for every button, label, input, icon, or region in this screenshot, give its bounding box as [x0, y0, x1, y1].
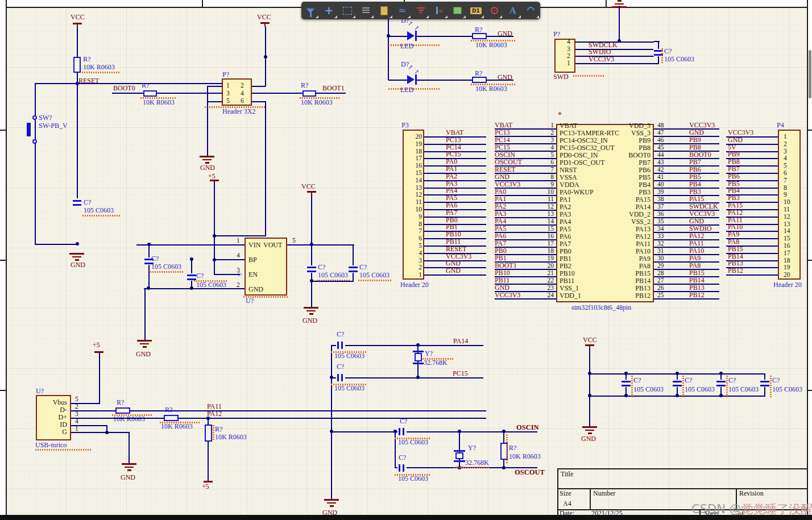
- mcu-pin-row[interactable]: PB12 25 PB12: [569, 295, 728, 302]
- resistor-value: 10K R0603: [113, 415, 145, 423]
- led-row[interactable]: D? ↗ ↗ LED R? GND 10K R0603: [388, 76, 519, 110]
- p3-pin-row[interactable]: 7 PB1: [403, 227, 488, 235]
- capacitor-ref: C?: [337, 363, 344, 371]
- capacitor-value: 105 C0603: [772, 386, 802, 393]
- crystal-body[interactable]: [455, 452, 463, 459]
- wire: [575, 49, 654, 50]
- led-triangle: [407, 75, 415, 84]
- pin-number: 36: [657, 210, 664, 218]
- net-label-gnd: GND: [71, 261, 85, 269]
- no-erc-icon[interactable]: i: [485, 2, 503, 19]
- swd-pin-row[interactable]: 3 SWDCLK: [554, 45, 668, 53]
- resistor-body[interactable]: [143, 90, 157, 97]
- p3-pin-row[interactable]: 9 PA7: [403, 213, 488, 221]
- pin-number: 26: [657, 284, 664, 292]
- p3-pin-row[interactable]: 4 RESET: [403, 249, 488, 257]
- resistor-body[interactable]: [472, 33, 487, 39]
- p3-pin-row[interactable]: 12 PA4: [403, 191, 488, 198]
- pin-number: 31: [657, 247, 664, 255]
- probe-icon[interactable]: ᴍ: [430, 2, 448, 19]
- p4-pin-row[interactable]: GND 2: [726, 140, 811, 148]
- swd-pin-row[interactable]: 1 VCC3V3: [554, 60, 668, 67]
- text-icon[interactable]: A: [503, 2, 521, 19]
- p3-pin-row[interactable]: 16 PA0: [403, 162, 488, 169]
- junction-dot: [676, 394, 679, 397]
- pin-number: 18: [527, 247, 554, 255]
- p3-pin-row[interactable]: 17 PC15: [403, 155, 488, 162]
- net-label: PC13: [446, 136, 461, 144]
- pin-number: 11: [527, 195, 554, 203]
- arc-icon[interactable]: [522, 2, 540, 19]
- p3-pin-row[interactable]: 8 PB0: [403, 221, 488, 228]
- p3-pin-row[interactable]: 1 GND: [403, 271, 488, 278]
- power-label-vcc: VCC: [257, 14, 271, 21]
- diode-icon[interactable]: D1: [467, 2, 485, 19]
- p3-pin-row[interactable]: 5 PB11: [403, 242, 488, 249]
- resistor-body[interactable]: [115, 407, 130, 414]
- resistor-value: 10K R0603: [215, 434, 247, 441]
- wire: [619, 6, 620, 41]
- p3-pin-row[interactable]: 20 VBAT: [403, 133, 488, 140]
- p3-pin-row[interactable]: 18 PC14: [403, 148, 488, 155]
- p3-pin-row[interactable]: 13 PA3: [403, 184, 488, 192]
- net-label-gnd: GND: [121, 474, 135, 481]
- crystal-value: 32.768K: [424, 359, 448, 367]
- vertical-scrollbar-thumb[interactable]: [809, 50, 811, 98]
- pin-number: 12: [408, 191, 422, 198]
- p3-pin-row[interactable]: 3 VCC3V3: [403, 257, 488, 264]
- pin-number: 8: [784, 184, 787, 192]
- align-icon[interactable]: [357, 2, 375, 19]
- resistor-body[interactable]: [472, 77, 487, 83]
- crystal-body[interactable]: [415, 353, 422, 361]
- capacitor-plate: [622, 381, 631, 382]
- junction-dot: [76, 242, 79, 246]
- p3-pin-row[interactable]: 14 PA2: [403, 177, 488, 184]
- pin-number: 13: [784, 221, 790, 228]
- crystal-plate: [454, 460, 465, 462]
- resistor-body[interactable]: [73, 57, 81, 73]
- resistor-body[interactable]: [164, 415, 179, 421]
- p3-pin-row[interactable]: 15 PA1: [403, 169, 488, 177]
- pin-number: 1: [567, 60, 570, 67]
- pin-number: 4: [567, 38, 570, 45]
- capacitor-plate[interactable]: [73, 200, 81, 202]
- selection-icon[interactable]: [338, 2, 357, 19]
- p3-pin-row[interactable]: 10 PA6: [403, 206, 488, 213]
- resistor-body[interactable]: [205, 425, 212, 442]
- pin-name: ID: [36, 421, 67, 429]
- resistor-body[interactable]: [303, 90, 316, 97]
- p3-pin-row[interactable]: 11 PA5: [403, 198, 488, 206]
- capacitor-plate: [403, 464, 404, 472]
- p4-ref: P4: [777, 122, 784, 129]
- pin-number: 11: [784, 206, 790, 213]
- pin-number: 9: [527, 181, 554, 188]
- chip-icon[interactable]: [375, 2, 393, 19]
- compile-squiggle: [682, 376, 684, 397]
- junction-dot: [458, 430, 461, 433]
- dashed-rect-glyph: [343, 7, 352, 15]
- p3-pin-row[interactable]: 6 PB10: [403, 235, 488, 242]
- filter-icon[interactable]: [301, 2, 320, 19]
- wire: [388, 36, 407, 37]
- capacitor-value: 105 C0603: [334, 385, 364, 392]
- crosshair-icon[interactable]: +: [320, 2, 338, 19]
- ground-glyph: [417, 7, 425, 14]
- capacitor-plate: [399, 428, 400, 435]
- capacitor-value: 105 C0603: [196, 281, 226, 289]
- p4-pin-row[interactable]: PB12 20: [726, 271, 811, 278]
- pin-number: 12: [784, 213, 790, 221]
- pin-number: 14: [408, 177, 422, 184]
- pin-number: 20: [527, 262, 554, 269]
- schematic-editor-window: + ≈ ᴍ D1 i A VCC R? 10K R0603 RESET SW? …: [0, 0, 812, 520]
- capacitor-value: 105 C0603: [84, 207, 114, 214]
- ground-icon[interactable]: [412, 2, 430, 19]
- wire: [331, 431, 537, 432]
- component-icon[interactable]: [449, 2, 467, 19]
- wire: [252, 86, 266, 87]
- compile-squiggle: [573, 75, 604, 77]
- p3-pin-row[interactable]: 19 PC13: [403, 140, 488, 148]
- resistor-ref: R?: [142, 82, 149, 89]
- p3-pin-row[interactable]: 2 GND: [403, 264, 488, 271]
- net-label: PB12: [728, 267, 743, 274]
- wires-icon[interactable]: ≈: [393, 2, 412, 19]
